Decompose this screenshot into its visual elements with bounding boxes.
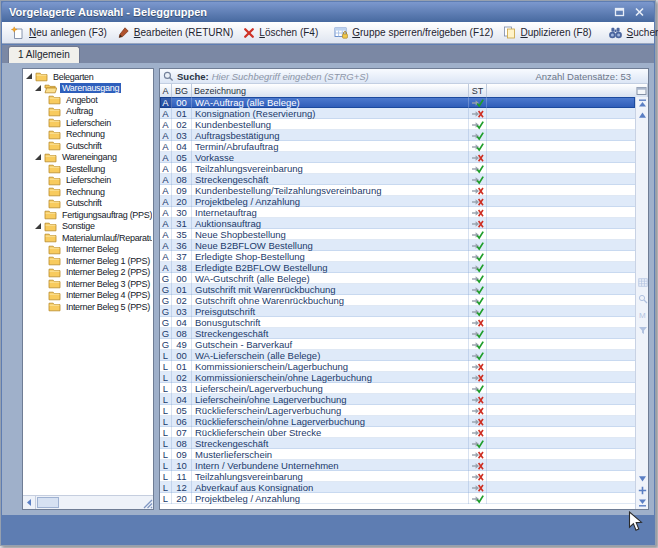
table-row[interactable]: A37Erledigte Shop-Bestellung (160, 251, 635, 262)
table-row[interactable]: A30Internetauftrag (160, 207, 635, 218)
expander-icon[interactable] (35, 154, 41, 160)
table-row[interactable]: G03Preisgutschrift (160, 306, 635, 317)
tree-item[interactable]: Sonstige (24, 221, 152, 233)
lock-group-button[interactable]: Gruppe sperren/freigeben (F12) (329, 23, 498, 42)
quick-filter-icon[interactable] (637, 325, 648, 336)
table-row[interactable]: A36Neue B2BFLOW Bestellung (160, 240, 635, 251)
tree-item[interactable]: Bestellung (24, 163, 152, 175)
restore-button[interactable] (612, 6, 627, 19)
table-row[interactable]: L05Rücklieferschein/Lagerverbuchung (160, 405, 635, 416)
scroll-left-button[interactable] (23, 496, 36, 509)
titlebar[interactable]: Vorgelagerte Auswahl - Beleggruppen (2, 2, 654, 22)
column-header-a[interactable]: A (160, 84, 172, 97)
tree-horizontal-scrollbar[interactable] (23, 495, 153, 509)
tree-item[interactable]: Materialumlauf/Reparatur (24, 232, 152, 244)
table-row[interactable]: A08Streckengeschäft (160, 174, 635, 185)
quick-search-icon[interactable] (637, 293, 648, 304)
table-row[interactable]: L08Streckengeschäft (160, 438, 635, 449)
cell-beleggruppe: 04 (172, 394, 192, 405)
expander-icon[interactable] (26, 73, 32, 79)
table-row[interactable]: A09Kundenbestellung/Teilzahlungsvereinba… (160, 185, 635, 196)
cell-bezeichnung: WA-Auftrag (alle Belege) (192, 97, 469, 108)
duplicate-button[interactable]: Duplizieren (F8) (498, 23, 596, 42)
expander-icon[interactable] (35, 223, 41, 229)
tree-item[interactable]: Belegarten (24, 71, 152, 83)
tree-item[interactable]: Interner Beleg (24, 244, 152, 256)
table-row[interactable]: L01Kommissionierschein/Lagerbuchung (160, 361, 635, 372)
column-header-bezeichnung[interactable]: Bezeichnung (192, 84, 469, 97)
table-row[interactable]: L00WA-Lieferschein (alle Belege) (160, 350, 635, 361)
new-record-button[interactable] (637, 485, 648, 496)
table-row[interactable]: L06Rücklieferschein/ohne Lagerverbuchung (160, 416, 635, 427)
table-row[interactable]: G08Streckengeschäft (160, 328, 635, 339)
quick-max-icon[interactable]: M (637, 309, 648, 320)
tree-item[interactable]: Fertigungsauftrag (PPS) (24, 209, 152, 221)
cell-status (469, 361, 487, 372)
scroll-to-top-button[interactable] (637, 98, 648, 109)
table-row[interactable]: L12Abverkauf aus Konsignation (160, 482, 635, 493)
column-header-bg[interactable]: BG (172, 84, 192, 97)
cell-beleggruppe: 10 (172, 460, 192, 471)
column-chooser-button[interactable] (635, 84, 648, 97)
table-row[interactable]: G01Gutschrift mit Warenrückbuchung (160, 284, 635, 295)
tree-item[interactable]: Interner Beleg 5 (PPS) (24, 301, 152, 313)
edit-button[interactable]: Bearbeiten (RETURN) (112, 23, 238, 42)
table-row[interactable]: A31Auktionsauftrag (160, 218, 635, 229)
table-row[interactable]: A05Vorkasse (160, 152, 635, 163)
table-row[interactable]: G02Gutschrift ohne Warenrückbuchung (160, 295, 635, 306)
tree-item[interactable]: Interner Beleg 3 (PPS) (24, 278, 152, 290)
table-row[interactable]: G04Bonusgutschrift (160, 317, 635, 328)
scroll-down-button[interactable] (637, 473, 648, 484)
scroll-to-bottom-button[interactable] (637, 497, 648, 508)
quick-grid-icon[interactable] (637, 277, 648, 288)
table-row[interactable]: L04Lieferschein/ohne Lagerverbuchung (160, 394, 635, 405)
column-header-st[interactable]: ST (469, 84, 487, 97)
table-row[interactable]: A00WA-Auftrag (alle Belege) (160, 97, 635, 108)
resize-grip-icon[interactable] (140, 496, 153, 509)
table-row[interactable]: A35Neue Shopbestellung (160, 229, 635, 240)
horizontal-scroll-thumb[interactable] (37, 497, 59, 508)
tree-item[interactable]: Interner Beleg 4 (PPS) (24, 290, 152, 302)
table-row[interactable]: L07Rücklieferschein über Strecke (160, 427, 635, 438)
table-row[interactable]: A20Projektbeleg / Anzahlung (160, 196, 635, 207)
search-bar[interactable]: Suche: Hier Suchbegriff eingeben (STRG+S… (160, 69, 648, 84)
search-button[interactable]: Suchen (STRG+S) (603, 23, 658, 42)
tree-item[interactable]: Rechnung (24, 129, 152, 141)
table-row[interactable]: L11Teilzahlungsvereinbarung (160, 471, 635, 482)
table-row[interactable]: A38Erledigte B2BFLOW Bestellung (160, 262, 635, 273)
table-row[interactable]: L20Projektbeleg / Anzahlung (160, 493, 635, 504)
cell-bezeichnung: Projektbeleg / Anzahlung (192, 196, 469, 207)
status-blocked-icon (471, 362, 484, 372)
table-row[interactable]: A03Auftragsbestätigung (160, 130, 635, 141)
table-row[interactable]: A02Kundenbestellung (160, 119, 635, 130)
table-row[interactable]: L02Kommissionierschein/ohne Lagerbuchung (160, 372, 635, 383)
delete-button[interactable]: Löschen (F4) (238, 23, 323, 42)
new-button[interactable]: Neu anlegen (F3) (6, 23, 112, 42)
tree-item[interactable]: Auftrag (24, 106, 152, 118)
table-row[interactable]: G49Gutschein - Barverkauf (160, 339, 635, 350)
close-button[interactable] (632, 6, 647, 19)
table-row[interactable]: A06Teilzahlungsvereinbarung (160, 163, 635, 174)
cell-filler (487, 152, 635, 163)
tree-item[interactable]: Gutschrift (24, 140, 152, 152)
tree-item[interactable]: Lieferschein (24, 117, 152, 129)
table-row[interactable]: L10Intern / Verbundene Unternehmen (160, 460, 635, 471)
table-row[interactable]: A01Konsignation (Reservierung) (160, 108, 635, 119)
search-input[interactable]: Hier Suchbegriff eingeben (STRG+S) (212, 71, 533, 82)
table-row[interactable]: L09Musterlieferschein (160, 449, 635, 460)
table-row[interactable]: L03Lieferschein/Lagerverbuchung (160, 383, 635, 394)
tree-item[interactable]: Gutschrift (24, 198, 152, 210)
expander-icon[interactable] (35, 85, 41, 91)
tree-item[interactable]: Lieferschein (24, 175, 152, 187)
scroll-up-button[interactable] (637, 110, 648, 121)
tree-item[interactable]: Wareneingang (24, 152, 152, 164)
tree-item[interactable]: Rechnung (24, 186, 152, 198)
vertical-scrollbar[interactable]: M (635, 97, 648, 509)
tree-item[interactable]: Interner Beleg 1 (PPS) (24, 255, 152, 267)
tree-item[interactable]: Angebot (24, 94, 152, 106)
table-row[interactable]: G00WA-Gutschrift (alle Belege) (160, 273, 635, 284)
tree-item[interactable]: Warenausgang (24, 83, 152, 95)
table-row[interactable]: A04Termin/Abrufauftrag (160, 141, 635, 152)
tab-allgemein[interactable]: 1 Allgemein (8, 46, 80, 63)
tree-item[interactable]: Interner Beleg 2 (PPS) (24, 267, 152, 279)
